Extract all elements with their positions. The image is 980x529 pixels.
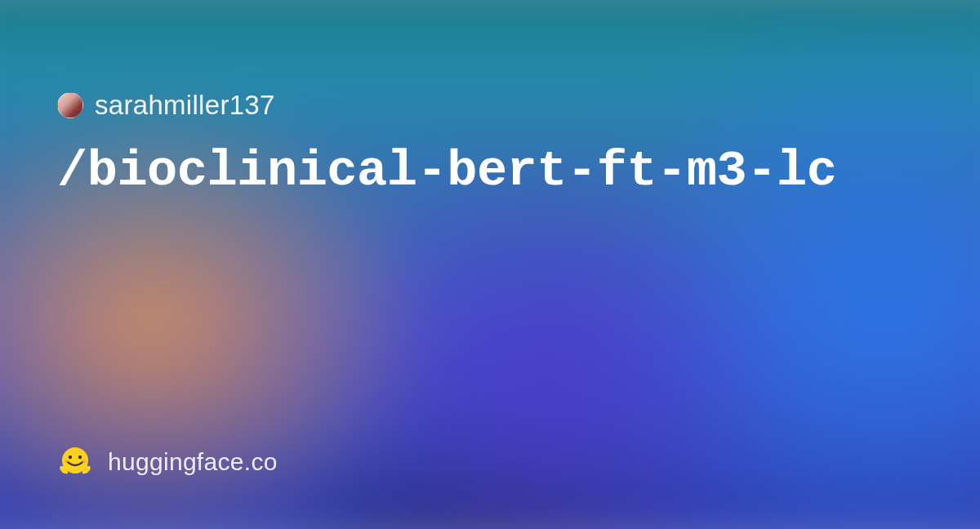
huggingface-logo-icon: [57, 444, 93, 480]
svg-point-2: [78, 456, 82, 459]
footer: huggingface.co: [57, 444, 923, 480]
site-name: huggingface.co: [108, 448, 278, 476]
svg-point-4: [82, 460, 87, 463]
svg-point-3: [65, 460, 69, 463]
svg-point-1: [69, 456, 72, 459]
user-row: sarahmiller137: [57, 90, 923, 121]
card-content: sarahmiller137 /bioclinical-bert-ft-m3-l…: [0, 0, 980, 529]
avatar: [57, 92, 83, 118]
model-path: /bioclinical-bert-ft-m3-lc: [57, 142, 923, 200]
username: sarahmiller137: [95, 90, 275, 121]
